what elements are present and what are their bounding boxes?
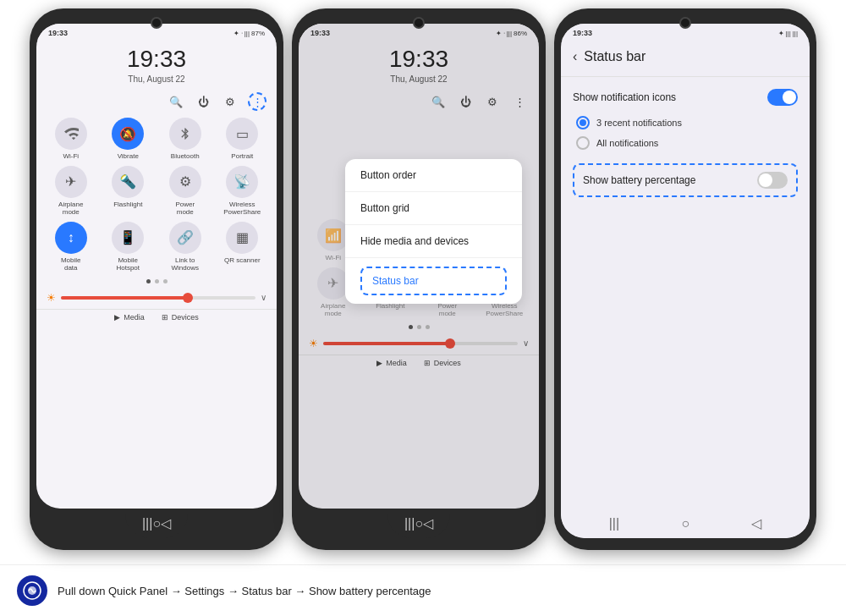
wifi-tile[interactable]: Wi-Fi xyxy=(45,118,97,161)
popup-hide-media[interactable]: Hide media and devices xyxy=(345,225,522,258)
vibrate-icon: 🔕 xyxy=(112,118,144,150)
nav-home-2[interactable]: ○ xyxy=(415,516,423,531)
nav-back-3[interactable]: ◁ xyxy=(751,515,761,531)
link-windows-icon: 🔗 xyxy=(169,222,201,254)
qr-scanner-tile[interactable]: ▦ QR scanner xyxy=(217,222,269,272)
radio-recent-label: 3 recent notifications xyxy=(596,118,682,128)
wifi-label: Wi-Fi xyxy=(63,152,79,161)
phone-3-camera xyxy=(679,17,691,29)
flashlight-tile-1[interactable]: 🔦 Flashlight xyxy=(102,166,155,217)
popup-button-order[interactable]: Button order xyxy=(345,159,522,192)
dot-3 xyxy=(163,279,168,283)
brightness-thumb-2[interactable] xyxy=(445,338,455,349)
popup-button-grid[interactable]: Button grid xyxy=(345,192,522,225)
notification-icons-row: Show notification icons xyxy=(573,89,798,106)
brightness-bar-2[interactable]: ☀ ∨ xyxy=(299,333,539,355)
mobile-data-tile[interactable]: ↕ Mobiledata xyxy=(45,222,97,272)
phone-2-clock-date: Thu, August 22 xyxy=(299,74,539,84)
nav-recent-3[interactable]: ||| xyxy=(609,516,619,531)
phone-2: 19:33 ✦ ᐧ ||| 86% 19:33 Thu, August 22 🔍 xyxy=(292,8,546,550)
nav-back-2[interactable]: ◁ xyxy=(423,515,433,531)
brightness-thumb-1[interactable] xyxy=(183,293,193,303)
brightness-chevron-2[interactable]: ∨ xyxy=(523,338,529,348)
p2-power-icon[interactable]: ⏻ xyxy=(456,92,475,111)
settings-icon[interactable]: ⚙ xyxy=(221,92,239,111)
brightness-chevron-1[interactable]: ∨ xyxy=(261,293,266,302)
mobile-data-label: Mobiledata xyxy=(61,256,81,272)
more-options-icon[interactable]: ⋮ xyxy=(248,92,266,111)
popup-status-bar[interactable]: Status bar xyxy=(360,267,507,295)
notification-icons-thumb xyxy=(783,91,796,104)
phone-1-quick-grid: Wi-Fi 🔕 Vibrate Bluetooth ▭ Port xyxy=(36,114,277,276)
brightness-track-1[interactable] xyxy=(61,296,255,300)
notification-icons-label: Show notification icons xyxy=(573,91,676,103)
page-dots-1 xyxy=(36,276,277,287)
instruction-text: Pull down Quick Panel → Settings → Statu… xyxy=(58,585,431,597)
flashlight-icon-1: 🔦 xyxy=(112,166,144,198)
search-icon[interactable]: 🔍 xyxy=(167,92,185,111)
hotspot-icon: 📱 xyxy=(112,222,144,254)
battery-percentage-thumb xyxy=(759,173,772,187)
phone-1-camera xyxy=(151,17,162,29)
media-label-2: Media xyxy=(386,359,407,367)
hotspot-tile[interactable]: 📱 MobileHotspot xyxy=(102,222,155,272)
phone-3-status-icons: ✦ ||| ||| xyxy=(778,30,798,37)
nav-back-1[interactable]: ◁ xyxy=(161,515,171,531)
media-devices-bar-1: ▶ Media ⊞ Devices xyxy=(36,309,277,325)
vibrate-label: Vibrate xyxy=(118,152,139,161)
flashlight-label-1: Flashlight xyxy=(113,201,142,209)
media-label-1: Media xyxy=(124,313,145,322)
dot-1 xyxy=(146,279,151,283)
settings-body: Show notification icons 3 recent notific… xyxy=(561,80,810,206)
airplane-tile[interactable]: ✈ Airplanemode xyxy=(45,166,97,217)
devices-icon-1: ⊞ xyxy=(162,313,168,322)
p2-settings-icon[interactable]: ⚙ xyxy=(483,92,502,111)
qr-scanner-icon: ▦ xyxy=(226,222,258,254)
nav-recent-1[interactable]: ||| xyxy=(142,516,152,531)
media-button-2[interactable]: ▶ Media xyxy=(376,359,407,367)
phone-1-clock-date: Thu, August 22 xyxy=(36,74,277,84)
airplane-label: Airplanemode xyxy=(58,201,83,217)
power-mode-label: Powermode xyxy=(175,201,195,217)
p2-dot-1 xyxy=(409,325,413,329)
wireless-share-tile[interactable]: 📡 WirelessPowerShare xyxy=(217,166,269,217)
nav-home-1[interactable]: ○ xyxy=(152,516,161,531)
phone-2-screen: 19:33 ✦ ᐧ ||| 86% 19:33 Thu, August 22 🔍 xyxy=(299,24,539,509)
instruction-bar: Pull down Quick Panel → Settings → Statu… xyxy=(0,564,846,616)
devices-button-2[interactable]: ⊞ Devices xyxy=(424,359,461,367)
p2-search-icon[interactable]: 🔍 xyxy=(429,92,448,111)
power-mode-tile[interactable]: ⚙ Powermode xyxy=(159,166,212,217)
notification-icons-toggle[interactable] xyxy=(767,89,798,106)
settings-header: ‹ Status bar xyxy=(561,41,810,73)
brightness-icon-1: ☀ xyxy=(47,292,56,304)
power-icon[interactable]: ⏻ xyxy=(194,92,212,111)
portrait-tile[interactable]: ▭ Portrait xyxy=(217,118,269,161)
radio-recent[interactable]: 3 recent notifications xyxy=(576,116,798,129)
battery-percentage-toggle[interactable] xyxy=(757,172,788,189)
brightness-track-2[interactable] xyxy=(323,342,518,345)
phone-1: 19:33 ✦ ᐧ ||| 87% 19:33 Thu, August 22 🔍 xyxy=(30,8,283,550)
phone-1-status-icons: ✦ ᐧ ||| 87% xyxy=(233,30,265,37)
media-button-1[interactable]: ▶ Media xyxy=(114,313,145,322)
nav-recent-2[interactable]: ||| xyxy=(404,516,415,531)
devices-icon-2: ⊞ xyxy=(424,359,431,367)
devices-button-1[interactable]: ⊞ Devices xyxy=(162,313,199,322)
battery-percentage-label: Show battery percentage xyxy=(583,174,695,186)
main-container: 19:33 ✦ ᐧ ||| 87% 19:33 Thu, August 22 🔍 xyxy=(0,0,846,616)
p2-more-icon[interactable]: ⋮ xyxy=(510,92,529,111)
link-windows-tile[interactable]: 🔗 Link toWindows xyxy=(159,222,212,272)
hotspot-label: MobileHotspot xyxy=(116,256,140,272)
brightness-bar-1[interactable]: ☀ ∨ xyxy=(36,287,277,309)
phone-3-nav-bar: ||| ○ ◁ xyxy=(561,509,810,538)
radio-all[interactable]: All notifications xyxy=(576,136,798,150)
vibrate-tile[interactable]: 🔕 Vibrate xyxy=(102,118,155,161)
phone-2-clock: 19:33 Thu, August 22 xyxy=(299,41,539,91)
nav-home-3[interactable]: ○ xyxy=(681,516,689,531)
phone-1-quick-icons: 🔍 ⏻ ⚙ ⋮ xyxy=(36,91,277,114)
battery-percentage-row: Show battery percentage xyxy=(573,163,798,197)
phone-2-status-time: 19:33 xyxy=(310,29,330,37)
phone-3-screen: 19:33 ✦ ||| ||| ‹ Status bar xyxy=(561,24,810,538)
bluetooth-tile[interactable]: Bluetooth xyxy=(159,118,212,161)
settings-back-button[interactable]: ‹ xyxy=(573,49,577,64)
radio-all-circle xyxy=(576,136,590,150)
